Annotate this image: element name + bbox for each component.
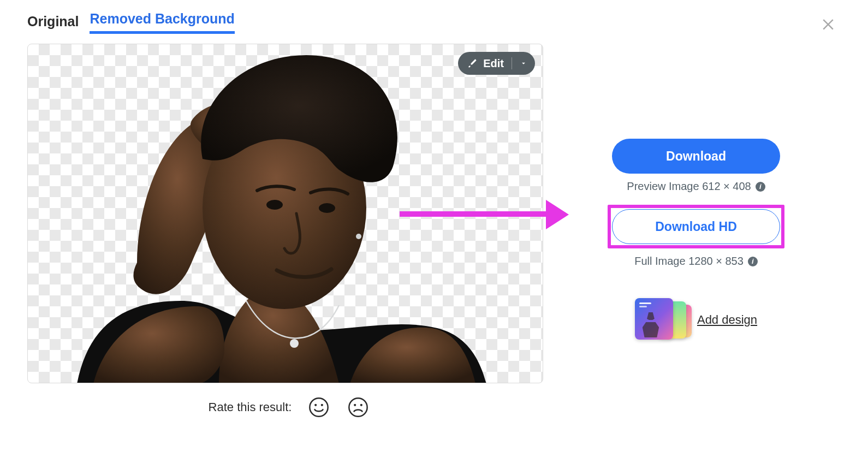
svg-point-3: [290, 339, 299, 348]
full-size-value: Full Image 1280 × 853: [634, 255, 744, 268]
tab-original[interactable]: Original: [27, 14, 79, 34]
info-icon[interactable]: i: [756, 182, 765, 192]
info-icon[interactable]: i: [748, 257, 758, 266]
download-hd-button[interactable]: Download HD: [612, 209, 780, 244]
svg-point-7: [321, 404, 323, 406]
add-design-label: Add design: [697, 313, 757, 327]
svg-point-6: [315, 404, 317, 406]
close-icon[interactable]: [820, 15, 836, 32]
download-hd-highlight: Download HD: [608, 205, 784, 248]
svg-point-10: [360, 404, 362, 406]
rating-row: Rate this result:: [27, 395, 551, 419]
chevron-down-icon: [520, 60, 527, 67]
svg-point-2: [319, 203, 335, 213]
design-thumbnails-icon: [635, 298, 687, 342]
full-size-text: Full Image 1280 × 853 i: [634, 255, 758, 268]
rate-happy-button[interactable]: [307, 395, 331, 419]
download-button[interactable]: Download: [612, 139, 780, 174]
edit-button[interactable]: Edit: [458, 52, 535, 75]
tab-removed-background[interactable]: Removed Background: [90, 11, 234, 34]
svg-point-8: [349, 398, 367, 416]
add-design-button[interactable]: Add design: [635, 298, 757, 342]
frown-icon: [347, 396, 369, 418]
brush-icon: [467, 58, 478, 69]
divider: [512, 57, 512, 69]
svg-point-9: [354, 404, 356, 406]
svg-point-1: [266, 200, 283, 210]
svg-point-0: [203, 107, 366, 309]
rating-prompt: Rate this result:: [209, 400, 292, 414]
smile-icon: [308, 396, 330, 418]
svg-point-4: [356, 234, 361, 239]
download-hd-button-label: Download HD: [655, 219, 737, 234]
svg-point-5: [310, 398, 328, 416]
preview-size-text: Preview Image 612 × 408 i: [627, 180, 765, 193]
tabs: Original Removed Background: [27, 11, 551, 34]
edit-button-label: Edit: [483, 57, 504, 70]
rate-sad-button[interactable]: [346, 395, 370, 419]
preview-size-value: Preview Image 612 × 408: [627, 180, 751, 193]
download-button-label: Download: [666, 149, 726, 164]
